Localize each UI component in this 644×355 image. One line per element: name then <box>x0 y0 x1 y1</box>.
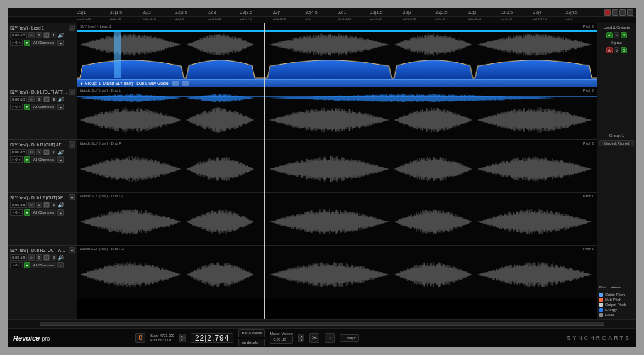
timeline-ruler-sub[interactable]: 222.125222.25222.375222.5222.625222.7522… <box>8 17 636 23</box>
channel-select[interactable]: All Channels <box>31 262 57 268</box>
solo-button[interactable]: S <box>36 254 42 261</box>
enable-toggle[interactable]: ● <box>24 209 30 216</box>
solo-button[interactable]: S <box>36 149 42 155</box>
lock-icon[interactable]: 8 <box>135 333 145 343</box>
key-select[interactable]: C Major <box>340 334 359 342</box>
legend-item[interactable]: Dub Pitch <box>599 298 634 302</box>
speaker-icon[interactable]: 🔊 <box>58 96 64 102</box>
transport-position[interactable]: 22|2.794 <box>191 333 234 343</box>
horizontal-scrollbar[interactable] <box>8 319 636 328</box>
track-header[interactable]: SLY (raw) - Dub R [OUT] AFTER ▾ 0.00 dB … <box>8 140 77 193</box>
window-btn-b[interactable] <box>619 9 626 16</box>
in-pill-s[interactable]: S <box>621 47 627 53</box>
legend-item[interactable]: Output Pitch <box>599 303 634 307</box>
track-output-num[interactable]: 1 <box>51 32 57 38</box>
scroll-thumb[interactable] <box>40 322 604 326</box>
track-lane[interactable]: Match SLY (raw) - Dub L2Pitch 0 <box>77 193 597 246</box>
mute-button[interactable]: M <box>43 96 50 102</box>
speaker-icon[interactable]: 🔊 <box>58 202 64 208</box>
speaker-icon[interactable]: 🔊 <box>58 32 64 38</box>
enable-toggle[interactable]: ● <box>24 156 30 163</box>
link-icon[interactable]: ⎋ <box>28 149 35 155</box>
sidechain[interactable]: > 0 < <box>10 104 23 110</box>
lo-pill-s[interactable]: S <box>621 32 627 38</box>
track-header[interactable]: SLY (raw) - Lead 1 ▾ 0.00 dB ⎋ S M 1 🔊 >… <box>8 23 77 87</box>
channel-stepper[interactable]: ▸ <box>57 262 64 268</box>
channel-stepper[interactable]: ▸ <box>57 104 64 110</box>
link-icon[interactable]: ⎋ <box>28 254 35 261</box>
channel-select[interactable]: All Channels <box>31 40 57 46</box>
link-icon[interactable]: ⎋ <box>28 202 35 208</box>
master-vol[interactable]: 0.00 dB <box>270 336 293 344</box>
mute-button[interactable]: M <box>43 202 50 208</box>
group-btn-b[interactable] <box>182 81 189 86</box>
track-lane[interactable]: Match SLY (raw) - Dub LPitch 0 <box>77 87 597 140</box>
channel-stepper[interactable]: ▸ <box>57 156 64 163</box>
legend-item[interactable]: Level <box>599 313 634 317</box>
track-db[interactable]: 0.00 dB <box>10 254 27 261</box>
channel-select[interactable]: All Channels <box>31 104 57 110</box>
mute-button[interactable]: M <box>43 32 50 38</box>
enable-toggle[interactable]: ● <box>24 40 30 46</box>
playhead[interactable] <box>264 23 265 319</box>
track-collapse-icon[interactable]: ▾ <box>69 25 75 31</box>
solo-button[interactable]: S <box>36 32 42 38</box>
time-selection[interactable] <box>114 31 121 78</box>
track-db[interactable]: 0.00 dB <box>10 96 27 102</box>
track-lane[interactable]: SLY (raw) - Lead 1Pitch 0▸ Group: 1 Matc… <box>77 23 597 87</box>
sidechain[interactable]: > 0 < <box>10 262 23 268</box>
speaker-icon[interactable]: 🔊 <box>58 149 64 155</box>
close-icon[interactable] <box>604 9 611 16</box>
group-strip[interactable]: ▸ Group: 1 Match SLY (raw) - Dub L.wav-G… <box>77 79 597 87</box>
channel-stepper[interactable]: ▸ <box>57 40 64 46</box>
channel-select[interactable]: All Channels <box>31 209 57 216</box>
mute-button[interactable]: M <box>43 149 50 155</box>
timeline-ruler-bars[interactable]: 22|122|1.522|222|2.522|322|3.522|422|4.5… <box>8 8 636 17</box>
scissors-icon[interactable]: ✂ <box>309 333 319 343</box>
in-pill-v[interactable]: V <box>614 47 620 53</box>
in-pill-a[interactable]: A <box>606 47 613 53</box>
selection-bar[interactable] <box>77 30 597 32</box>
track-db[interactable]: 0.00 dB <box>10 32 27 38</box>
group-select[interactable]: Guide & Aligned <box>599 140 634 146</box>
speaker-icon[interactable]: 🔊 <box>58 254 64 261</box>
range-stepper[interactable]: ▴▾ <box>179 334 186 342</box>
track-output-num[interactable]: 9 <box>51 254 57 261</box>
time-format-a[interactable]: Bar & Beats <box>238 329 265 337</box>
legend-item[interactable]: Energy <box>599 308 634 312</box>
lo-pill-v[interactable]: V <box>614 32 620 38</box>
sidechain[interactable]: > 0 < <box>10 156 23 163</box>
window-btn-a[interactable] <box>612 9 618 16</box>
track-collapse-icon[interactable]: ▾ <box>69 247 75 253</box>
window-btn-c[interactable] <box>627 9 633 16</box>
sidechain[interactable]: > 0 < <box>10 40 23 46</box>
vol-stepper[interactable]: ▴▾ <box>298 334 304 342</box>
enable-toggle[interactable]: ● <box>24 262 30 268</box>
track-lane[interactable]: Match SLY (raw) - Dub RPitch 0 <box>77 140 597 193</box>
track-header[interactable]: SLY (raw) - Dub L [OUT] AFTER ▾ 0.00 dB … <box>8 87 77 140</box>
lo-pill-a[interactable]: A <box>606 32 613 38</box>
channel-select[interactable]: All Channels <box>31 156 57 163</box>
track-collapse-icon[interactable]: ▾ <box>69 194 75 200</box>
track-collapse-icon[interactable]: ▾ <box>69 141 75 148</box>
track-db[interactable]: 0.00 dB <box>10 202 27 208</box>
time-format-b[interactable]: no decals <box>238 339 265 347</box>
link-icon[interactable]: ⎋ <box>28 32 35 38</box>
solo-button[interactable]: S <box>36 96 42 102</box>
channel-stepper[interactable]: ▸ <box>57 209 64 216</box>
track-db[interactable]: 0.00 dB <box>10 149 27 155</box>
link-icon[interactable]: ⎋ <box>28 96 35 102</box>
play-icon[interactable]: ▸ <box>81 81 84 86</box>
solo-button[interactable]: S <box>36 202 42 208</box>
track-output-num[interactable]: 5 <box>51 202 57 208</box>
sidechain[interactable]: > 0 < <box>10 209 23 216</box>
timeline-area[interactable]: SLY (raw) - Lead 1Pitch 0▸ Group: 1 Matc… <box>77 23 597 319</box>
track-header[interactable]: SLY (raw) - Dub R2 [OUT] AFTER ▾ 0.00 dB… <box>8 246 77 298</box>
legend-item[interactable]: Guide Pitch <box>599 293 634 297</box>
track-collapse-icon[interactable]: ▾ <box>69 89 75 95</box>
track-output-num[interactable]: 7 <box>51 149 57 155</box>
mute-button[interactable]: M <box>43 254 50 261</box>
track-output-num[interactable]: 3 <box>51 96 57 102</box>
group-btn-a[interactable] <box>172 81 179 86</box>
track-header[interactable]: SLY (raw) - Dub L2 [OUT] AFTER ▾ 0.00 dB… <box>8 193 77 246</box>
